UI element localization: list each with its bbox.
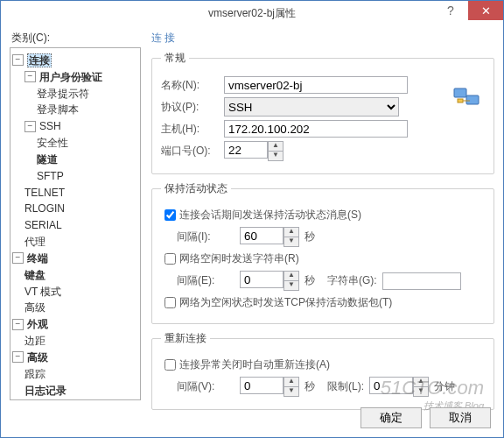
tree-adv[interactable]: 高级 [27,351,48,364]
chk-idle-string[interactable] [164,253,176,265]
interval-i-stepper[interactable]: ▲▼ [240,227,299,247]
unit-sec: 秒 [304,379,315,394]
label-name: 名称(N): [161,78,224,93]
unit-sec: 秒 [304,230,315,244]
port-stepper[interactable]: ▲▼ [224,141,284,161]
category-tree[interactable]: −连接 −用户身份验证 登录提示符 登录脚本 −SSH 安全性 [10,47,141,400]
network-icon [452,85,482,111]
tree-advterm[interactable]: 高级 [24,301,46,314]
group-general: 常规 名称(N): 协议(P): SSH 主机(H): 端口号(O): [151,51,494,174]
collapse-icon[interactable]: − [24,71,36,82]
tree-telnet[interactable]: TELNET [24,186,65,198]
input-interval-v[interactable] [240,377,284,394]
tree-login-script[interactable]: 登录脚本 [37,103,79,116]
close-button[interactable]: ✕ [468,1,503,20]
dialog-body: 类别(C): −连接 −用户身份验证 登录提示符 登录脚本 −SSH [1,25,503,437]
chk-keepalive-msg-label: 连接会话期间发送保持活动状态消息(S) [179,208,361,223]
window-controls: ? ✕ [433,1,503,20]
tree-serial[interactable]: SERIAL [24,219,62,231]
tree-vtmode[interactable]: VT 模式 [24,285,61,297]
group-reconnect: 重新连接 连接异常关闭时自动重新连接(A) 间隔(V): ▲▼ 秒 限制(L):… [151,331,494,410]
tree-auth[interactable]: 用户身份验证 [39,71,102,83]
chk-tcp-keepalive[interactable] [164,297,176,308]
spin-down-icon[interactable]: ▼ [268,151,284,161]
tree-rlogin[interactable]: RLOGIN [24,202,65,215]
help-button[interactable]: ? [433,1,468,20]
dialog-footer: 确定 取消 [355,407,491,428]
label-host: 主机(H): [161,122,224,137]
spin-down-icon[interactable]: ▼ [284,280,299,291]
label-port: 端口号(O): [161,144,224,159]
chk-auto-reconnect[interactable] [164,359,176,371]
collapse-icon[interactable]: − [12,252,24,264]
spin-down-icon[interactable]: ▼ [284,386,299,397]
ok-button[interactable]: 确定 [360,407,422,428]
legend-reconnect: 重新连接 [161,331,210,346]
chk-keepalive-msg[interactable] [164,209,176,221]
tree-ssh[interactable]: SSH [39,120,61,132]
svg-rect-1 [466,95,479,104]
spin-up-icon[interactable]: ▲ [284,271,299,280]
input-host[interactable] [224,120,408,138]
input-port[interactable] [224,141,268,159]
input-interval-i[interactable] [240,227,284,244]
tree-keyboard[interactable]: 键盘 [24,269,46,281]
spin-up-icon[interactable]: ▲ [284,377,299,386]
unit-sec: 秒 [304,273,315,288]
window-title: vmserver02-bj属性 [208,6,296,21]
cancel-button[interactable]: 取消 [430,407,491,428]
collapse-icon[interactable]: − [12,54,24,66]
chk-auto-reconnect-label: 连接异常关闭时自动重新连接(A) [179,357,330,372]
label-interval-e: 间隔(E): [177,273,240,288]
svg-rect-2 [458,99,463,102]
spin-down-icon[interactable]: ▼ [413,386,429,397]
spin-down-icon[interactable]: ▼ [284,237,299,247]
spin-up-icon[interactable]: ▲ [268,141,284,151]
svg-rect-0 [454,88,466,97]
unit-minute: 分钟 [434,379,455,394]
tree-terminal[interactable]: 终端 [27,252,48,265]
select-protocol[interactable]: SSH [224,97,399,117]
tree-sftp[interactable]: SFTP [37,170,64,182]
interval-e-stepper[interactable]: ▲▼ [240,271,299,291]
tree-logging[interactable]: 日志记录 [24,384,66,396]
input-limit[interactable] [369,377,413,394]
tree-proxy[interactable]: 代理 [24,236,46,248]
label-string: 字符串(G): [327,273,377,288]
collapse-icon[interactable]: − [12,351,24,363]
tree-margin[interactable]: 边距 [24,335,46,347]
tree-security[interactable]: 安全性 [37,137,68,149]
tree-login-prompt[interactable]: 登录提示符 [37,87,89,99]
right-pane: 连 接 常规 名称(N): 协议(P): SSH 主机(H): 端口号(O): [141,31,494,400]
spin-up-icon[interactable]: ▲ [413,377,429,386]
left-pane: 类别(C): −连接 −用户身份验证 登录提示符 登录脚本 −SSH [10,31,141,400]
tree-trace[interactable]: 跟踪 [24,368,46,380]
input-name[interactable] [224,76,408,94]
chk-tcp-keepalive-label: 网络为空闲状态时发送TCP保持活动数据包(T) [179,295,392,310]
collapse-icon[interactable]: − [24,121,36,132]
legend-general: 常规 [161,51,189,66]
titlebar: vmserver02-bj属性 ? ✕ [1,1,503,25]
tree-appearance[interactable]: 外观 [27,318,48,330]
label-interval-i: 间隔(I): [177,230,240,244]
legend-keepalive: 保持活动状态 [161,181,231,196]
chk-idle-string-label: 网络空闲时发送字符串(R) [179,251,299,266]
group-keepalive: 保持活动状态 连接会话期间发送保持活动状态消息(S) 间隔(I): ▲▼ 秒 网… [151,181,494,324]
limit-stepper[interactable]: ▲▼ [369,377,429,397]
collapse-icon[interactable]: − [12,319,24,330]
spin-up-icon[interactable]: ▲ [284,227,299,237]
page-title: 连 接 [151,31,494,46]
category-label: 类别(C): [11,31,141,46]
label-interval-v: 间隔(V): [177,379,240,394]
dialog-window: vmserver02-bj属性 ? ✕ 类别(C): −连接 −用户身份验证 登… [0,0,504,438]
tree-connection[interactable]: 连接 [27,53,52,67]
input-string[interactable] [382,272,461,290]
label-protocol: 协议(P): [161,100,224,115]
tree-tunnel[interactable]: 隧道 [37,153,58,166]
input-interval-e[interactable] [240,271,284,288]
label-limit: 限制(L): [327,379,364,394]
interval-v-stepper[interactable]: ▲▼ [240,377,299,397]
